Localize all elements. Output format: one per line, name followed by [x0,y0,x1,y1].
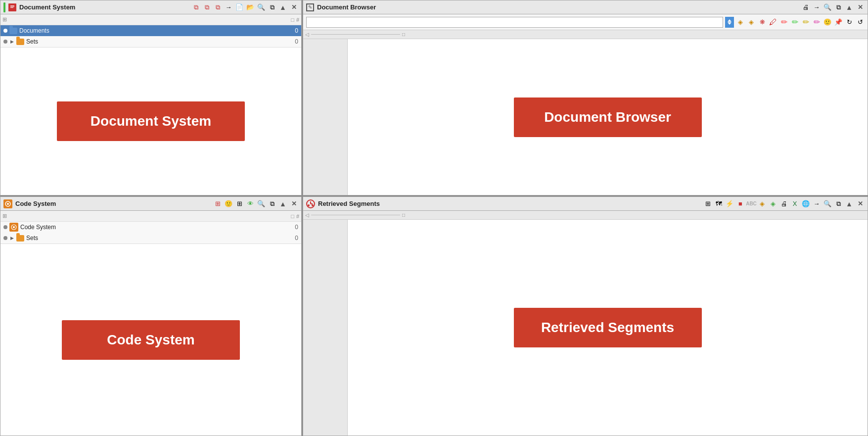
document-system-tree-toolbar: ⊞ □ # [0,14,301,25]
tree-item-sets-cs[interactable]: ▶ Sets 0 [0,233,301,243]
close-icon[interactable]: ✕ [289,3,298,12]
code-system-icon [3,199,12,208]
print-icon-db[interactable]: 🖨 [801,3,810,12]
code-system-big-label: Code System [62,320,240,360]
search-icon-db[interactable]: 🔍 [823,3,832,12]
svg-point-13 [312,204,314,206]
rs-ruler-square-icon: □ [402,212,405,218]
document-browser-searchbar: ◈ ◈ ❋ 🖊 ✏ ✏ ✏ ✏ 🙂 📌 ↻ ↺ [303,14,868,30]
document-browser-main: Document Browser [348,39,868,195]
document-system-controls: ⧉ ⧉ ⧉ → 📄 📂 🔍 ⧉ ▲ ✕ [191,3,298,12]
pencil-icon[interactable]: ✏ [779,18,788,27]
retrieved-segments-titlebar: Retrieved Segments ⊞ 🗺 ⚡ ■ ABC ◈ ◈ 🖨 X 🌐… [303,197,868,211]
doc-add-icon[interactable]: 📄 [235,3,244,12]
code-system-tree: Code System 0 ▶ Sets 0 [0,222,301,244]
document-browser-sidebar [303,39,348,195]
tree-expand-sets-cs[interactable]: ▶ [9,236,14,241]
diamond-add-icon-rs[interactable]: ◈ [769,199,777,208]
annotation-diamond-icon[interactable]: ◈ [736,18,745,27]
document-browser-icon: ✎ [306,3,314,11]
highlight-pink-icon[interactable]: ✏ [812,18,821,27]
spin-up-arrow [728,19,731,22]
export-icon-rs[interactable]: → [812,199,821,208]
lightning-icon-rs[interactable]: ⚡ [725,199,734,208]
close-icon-cs[interactable]: ✕ [289,199,298,208]
refresh-icon-db[interactable]: ↺ [856,18,865,27]
print-icon-rs[interactable]: 🖨 [779,199,788,208]
folder-icon-sets-doc [16,39,24,45]
export-icon-db[interactable]: → [812,3,821,12]
pin-icon-db[interactable]: 📌 [834,18,843,27]
close-icon-db[interactable]: ✕ [856,3,865,12]
document-browser-title: Document Browser [317,3,798,11]
tree-count-sets-doc: 0 [295,38,298,45]
minimize-icon-cs[interactable]: ▲ [278,199,287,208]
minimize-icon-rs[interactable]: ▲ [845,199,854,208]
globe-icon-rs[interactable]: 🌐 [801,199,810,208]
highlight-green-icon[interactable]: ✏ [790,18,799,27]
svg-point-8 [13,226,15,228]
resize-icon[interactable]: ⧉ [268,3,276,12]
tree-expand-sets-doc[interactable]: ▶ [9,39,14,44]
tree-item-code-system[interactable]: Code System 0 [0,222,301,233]
copy-icon1[interactable]: ⧉ [191,3,200,12]
document-browser-ruler: ◁ □ [303,30,868,39]
resize-icon-rs[interactable]: ⧉ [834,199,843,208]
emoji-icon-cs[interactable]: 🙂 [224,199,233,208]
cs-view-icon: □ [291,213,294,219]
excel-icon-rs[interactable]: X [790,199,799,208]
pen-icon[interactable]: 🖊 [769,18,777,27]
minimize-icon[interactable]: ▲ [278,3,287,12]
tree-label-documents: Documents [19,27,293,34]
document-browser-panel: ✎ Document Browser 🖨 → 🔍 ⧉ ▲ ✕ ◈ ◈ ❋ 🖊 ✏ [303,0,868,195]
code-system-panel: Code System ⊞ 🙂 ⊞ 👁 🔍 ⧉ ▲ ✕ ⊞ □ # [0,196,302,436]
cs-hash-icon: # [296,213,299,219]
document-system-content: Document System [0,48,301,195]
green-accent [3,2,5,12]
tree-item-sets-doc[interactable]: ▶ Sets 0 [0,36,301,47]
tree-item-documents[interactable]: Documents 0 [0,25,301,36]
document-system-titlebar: Document System ⧉ ⧉ ⧉ → 📄 📂 🔍 ⧉ ▲ ✕ [0,0,301,14]
square-icon-rs[interactable]: ■ [736,199,745,208]
document-system-title: Document System [19,3,188,11]
rotate-icon-db[interactable]: ↻ [845,18,854,27]
annotation-diamond3-icon[interactable]: ❋ [758,18,767,27]
code-system-title: Code System [15,200,210,207]
code-system-titlebar: Code System ⊞ 🙂 ⊞ 👁 🔍 ⧉ ▲ ✕ [0,197,301,211]
annotation-diamond2-icon[interactable]: ◈ [747,18,756,27]
tree-label-code-system: Code System [20,224,293,231]
resize-icon-cs[interactable]: ⧉ [268,199,276,208]
search-icon[interactable]: 🔍 [257,3,266,12]
code-system-tree-toolbar: ⊞ □ # [0,211,301,222]
grid-icon-rs[interactable]: ⊞ [703,199,712,208]
retrieved-segments-panel: Retrieved Segments ⊞ 🗺 ⚡ ■ ABC ◈ ◈ 🖨 X 🌐… [303,196,868,436]
diamond-icon-rs[interactable]: ◈ [758,199,767,208]
document-system-panel: Document System ⧉ ⧉ ⧉ → 📄 📂 🔍 ⧉ ▲ ✕ ⊞ □ … [0,0,302,195]
abc-icon-rs[interactable]: ABC [747,199,756,208]
doc-open-icon[interactable]: 📂 [246,3,255,12]
highlight-yellow-icon[interactable]: ✏ [801,18,810,27]
arrow-right-icon[interactable]: → [224,3,233,12]
document-browser-titlebar: ✎ Document Browser 🖨 → 🔍 ⧉ ▲ ✕ [303,0,868,14]
document-browser-search-input[interactable] [306,17,723,28]
minimize-icon-db[interactable]: ▲ [845,3,854,12]
map-icon-rs[interactable]: 🗺 [714,199,723,208]
close-icon-rs[interactable]: ✕ [856,199,865,208]
copy-icon2[interactable]: ⧉ [202,3,211,12]
emoji-icon-db[interactable]: 🙂 [823,18,832,27]
tree-label-sets-cs: Sets [26,235,293,242]
grid-icon-cs[interactable]: ⊞ [235,199,244,208]
search-icon-rs[interactable]: 🔍 [823,199,832,208]
spin-down-arrow [728,22,731,25]
resize-icon-db[interactable]: ⧉ [834,3,843,12]
copy-icon3[interactable]: ⧉ [213,3,222,12]
eye-add-icon-cs[interactable]: 👁 [246,199,255,208]
retrieved-segments-main: Retrieved Segments [348,220,868,436]
document-system-big-label: Document System [57,101,245,141]
svg-point-12 [308,204,310,206]
search-icon-cs[interactable]: 🔍 [257,199,266,208]
code-system-content: Code System [0,244,301,436]
search-spin-button[interactable] [725,17,734,28]
code-sys-icon2[interactable]: ⊞ [213,199,222,208]
tree-view-icon: □ [291,17,294,23]
